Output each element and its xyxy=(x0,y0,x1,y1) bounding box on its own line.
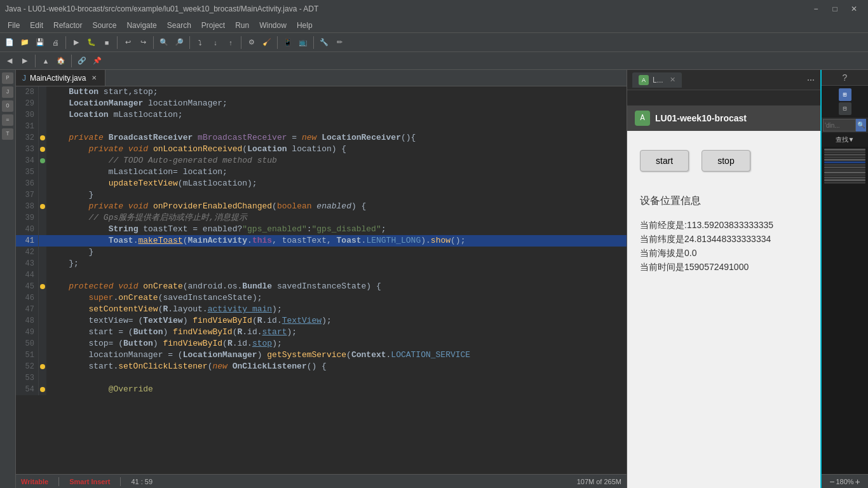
step-into-btn[interactable]: ↓ xyxy=(208,36,222,50)
device-tab[interactable]: A L... ✕ xyxy=(632,72,682,88)
code-line-41: 41 Toast.makeToast(MainActivity.this, to… xyxy=(16,235,627,247)
breakpoint-34 xyxy=(40,158,45,163)
cn-label-text: 查找▼ xyxy=(836,136,855,143)
code-line-32: 32 private BroadcastReceiver mBroadcastR… xyxy=(16,132,627,144)
line-content-54: @Override xyxy=(46,384,627,395)
back-btn[interactable]: ◀ xyxy=(3,54,17,68)
close-button[interactable]: ✕ xyxy=(845,2,863,16)
gutter-icon-5[interactable]: T xyxy=(2,128,13,140)
device-tab-close[interactable]: ✕ xyxy=(670,76,675,84)
device-menu-btn[interactable]: ⋯ xyxy=(804,74,817,86)
extra-btn1[interactable]: 🔧 xyxy=(317,36,331,50)
title-bar: Java - LU01-week10-brocast/src/com/examp… xyxy=(0,0,868,18)
extra-btn2[interactable]: ✏ xyxy=(332,36,346,50)
breakpoint-52 xyxy=(40,364,45,369)
forward-btn[interactable]: ▶ xyxy=(18,54,32,68)
cn-question-mark: ? xyxy=(824,72,865,83)
redo-btn[interactable]: ↪ xyxy=(136,36,150,50)
line-marker-28 xyxy=(39,86,46,98)
gutter-icon-2[interactable]: J xyxy=(2,86,13,98)
menu-help[interactable]: Help xyxy=(292,18,318,33)
undo-btn[interactable]: ↩ xyxy=(121,36,135,50)
find-btn[interactable]: 🔎 xyxy=(172,36,186,50)
menu-run[interactable]: Run xyxy=(230,18,254,33)
gutter-icon-1[interactable]: P xyxy=(2,72,13,84)
line-num-29: 29 xyxy=(16,98,39,109)
status-position: 41 : 59 xyxy=(131,478,153,485)
tab-mainactivity[interactable]: J MainActivity.java ✕ xyxy=(16,70,105,86)
debug-btn[interactable]: 🐛 xyxy=(85,36,98,50)
menu-edit[interactable]: Edit xyxy=(25,18,48,33)
android-app-title: LU01-week10-brocast xyxy=(655,113,747,123)
minimize-button[interactable]: − xyxy=(807,2,825,16)
menu-navigate[interactable]: Navigate xyxy=(121,18,161,33)
run-btn[interactable]: ▶ xyxy=(69,36,83,50)
code-editor[interactable]: 28 Button start,stop; 29 LocationManager… xyxy=(16,86,627,488)
gutter-icon-4[interactable]: = xyxy=(2,114,13,126)
pin-btn[interactable]: 📌 xyxy=(90,54,104,68)
status-sep-1 xyxy=(58,477,59,486)
zoom-in-btn[interactable]: + xyxy=(855,477,860,487)
code-line-54: 54 @Override xyxy=(16,384,627,395)
clean-btn[interactable]: 🧹 xyxy=(260,36,274,50)
cn-icon-2[interactable]: ⊟ xyxy=(839,102,851,115)
line-content-43: }; xyxy=(46,258,627,269)
cn-label: 查找▼ xyxy=(822,133,868,147)
stop-run-btn[interactable]: ■ xyxy=(100,36,114,50)
cn-search-btn[interactable]: 🔍 xyxy=(856,119,866,132)
line-num-30: 30 xyxy=(16,109,39,121)
status-smart-insert: Smart Insert xyxy=(69,478,110,485)
new-file-btn[interactable]: 📄 xyxy=(3,36,17,50)
menu-project[interactable]: Project xyxy=(196,18,230,33)
line-num-50: 50 xyxy=(16,338,39,349)
tab-close-btn[interactable]: ✕ xyxy=(90,74,98,83)
code-line-37: 37 } xyxy=(16,189,627,201)
step-out-btn[interactable]: ↑ xyxy=(224,36,238,50)
menu-file[interactable]: File xyxy=(3,18,25,33)
minimap-l4 xyxy=(824,156,865,158)
line-num-42: 42 xyxy=(16,247,39,258)
search-btn[interactable]: 🔍 xyxy=(157,36,171,50)
code-line-53: 53 xyxy=(16,372,627,384)
avd-btn[interactable]: 📺 xyxy=(296,36,310,50)
line-marker-36 xyxy=(39,178,46,189)
home-btn[interactable]: 🏠 xyxy=(54,54,68,68)
editor-area: J MainActivity.java ✕ 28 Button start,st… xyxy=(16,70,627,488)
line-content-45: protected void onCreate(android.os.Bundl… xyxy=(46,281,627,292)
code-line-35: 35 mLastlocation= location; xyxy=(16,166,627,178)
menu-window[interactable]: Window xyxy=(254,18,292,33)
menu-bar: File Edit Refactor Source Navigate Searc… xyxy=(0,18,868,33)
line-marker-35 xyxy=(39,166,46,178)
line-content-47: setContentView(R.layout.activity_main); xyxy=(46,304,627,315)
up-btn[interactable]: ▲ xyxy=(39,54,53,68)
breakpoint-33 xyxy=(40,147,45,152)
step-over-btn[interactable]: ⤵ xyxy=(193,36,207,50)
line-num-33: 33 xyxy=(16,144,39,155)
cn-icon-btns: ⊞ ⊟ xyxy=(822,86,868,118)
print-btn[interactable]: 🖨 xyxy=(48,36,62,50)
save-btn[interactable]: 💾 xyxy=(33,36,47,50)
zoom-out-btn[interactable]: − xyxy=(829,477,834,487)
android-stop-btn[interactable]: stop xyxy=(702,150,750,172)
status-memory: 107M of 265M xyxy=(577,478,621,485)
android-start-btn[interactable]: start xyxy=(640,150,689,172)
line-content-46: super.onCreate(savedInstanceState); xyxy=(46,292,627,304)
open-btn[interactable]: 📁 xyxy=(18,36,32,50)
cn-icon-1[interactable]: ⊞ xyxy=(839,88,851,101)
link-btn[interactable]: 🔗 xyxy=(75,54,89,68)
menu-search[interactable]: Search xyxy=(162,18,196,33)
toolbar-main: 📄 📁 💾 🖨 ▶ 🐛 ■ ↩ ↪ 🔍 🔎 ⤵ ↓ ↑ ⚙ 🧹 📱 📺 🔧 ✏ xyxy=(0,33,868,52)
menu-source[interactable]: Source xyxy=(87,18,121,33)
gutter-icon-3[interactable]: O xyxy=(2,100,13,112)
device-btn[interactable]: 📱 xyxy=(281,36,295,50)
maximize-button[interactable]: □ xyxy=(826,2,844,16)
menu-refactor[interactable]: Refactor xyxy=(48,18,87,33)
line-content-50: stop= (Button) findViewById(R.id.stop); xyxy=(46,338,627,349)
build-btn[interactable]: ⚙ xyxy=(245,36,259,50)
line-content-49: start = (Button) findViewById(R.id.start… xyxy=(46,327,627,338)
cn-search-input[interactable] xyxy=(823,119,856,132)
line-num-54: 54 xyxy=(16,384,39,395)
toolbar-sep-6 xyxy=(277,36,278,49)
line-num-34: 34 xyxy=(16,155,39,166)
chinese-input-panel: ? ⊞ ⊟ 🔍 查找▼ xyxy=(820,70,868,488)
